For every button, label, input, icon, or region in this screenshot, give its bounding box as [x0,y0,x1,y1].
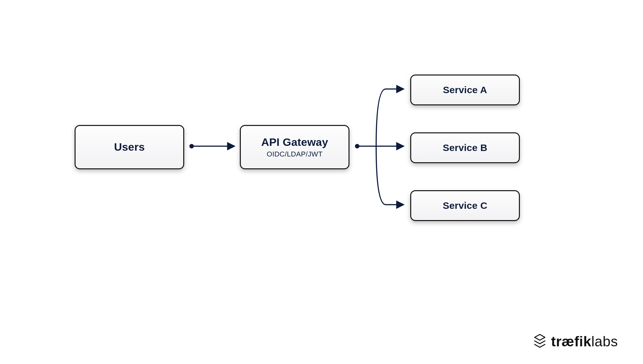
brand-logo-icon [533,333,547,350]
node-api-gateway-title: API Gateway [261,136,328,148]
brand-logo-text-bold: træfik [551,333,591,349]
svg-point-0 [189,144,194,148]
node-users: Users [75,125,184,169]
node-service-c-title: Service C [443,200,487,211]
connector-gateway-fanout [355,89,404,205]
brand-logo: træfiklabs [533,333,618,350]
brand-logo-text: træfiklabs [551,333,618,350]
node-service-b: Service B [410,132,520,163]
node-api-gateway: API Gateway OIDC/LDAP/JWT [240,125,349,169]
connector-users-to-gateway [189,144,235,148]
node-service-c: Service C [410,190,520,221]
node-users-title: Users [114,141,145,153]
node-service-a-title: Service A [443,84,487,96]
node-service-a: Service A [410,75,520,105]
node-api-gateway-subtitle: OIDC/LDAP/JWT [267,150,323,158]
connectors-layer [0,0,643,364]
brand-logo-text-thin: labs [591,333,618,349]
node-service-b-title: Service B [443,142,487,154]
svg-point-2 [355,144,359,148]
